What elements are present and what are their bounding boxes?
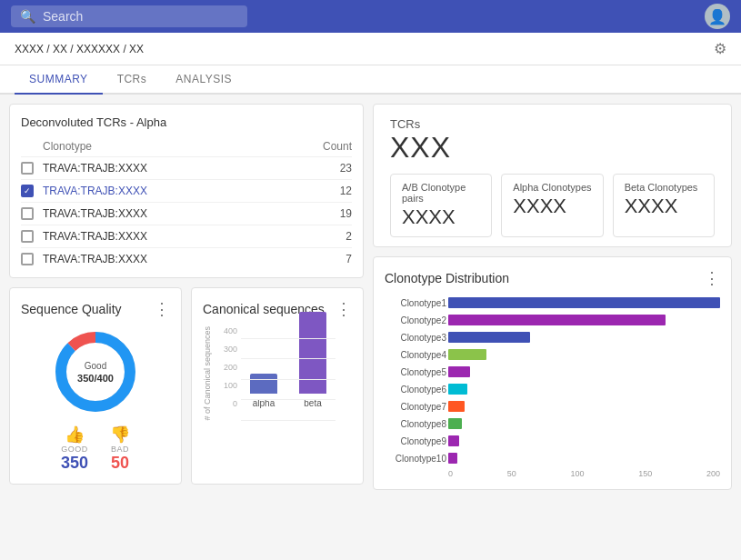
bar-track bbox=[448, 435, 720, 446]
v-bar bbox=[299, 312, 326, 394]
tcr-checkbox[interactable] bbox=[21, 207, 34, 220]
main-content: Deconvoluted TCRs - Alpha Clonotype Coun… bbox=[0, 95, 741, 499]
tcrs-value: XXX bbox=[390, 131, 715, 165]
y-axis-label: # of Canonical sequences bbox=[203, 326, 214, 421]
tcrs-sub-value: XXXX bbox=[625, 195, 703, 218]
good-bad-row: 👍 GOOD 350 👎 BAD 50 bbox=[61, 425, 130, 473]
x-tick: 100 bbox=[570, 469, 584, 478]
tcrs-sub-label: Beta Clonotypes bbox=[625, 182, 703, 193]
col-header-name: Clonotype bbox=[43, 140, 306, 153]
tab-tcrs[interactable]: TCRs bbox=[103, 65, 162, 95]
tcrs-label: TCRs bbox=[390, 117, 715, 131]
bar-fill bbox=[448, 453, 457, 464]
bar-track bbox=[448, 418, 720, 429]
x-tick: 50 bbox=[507, 469, 516, 478]
tcr-checkbox[interactable] bbox=[21, 253, 34, 265]
tcrs-sub-card: Beta Clonotypes XXXX bbox=[613, 174, 715, 237]
bar-row: Clonotype7 bbox=[448, 399, 720, 414]
avatar[interactable]: 👤 bbox=[705, 4, 730, 29]
tcr-row[interactable]: TRAVA:TRAJB:XXXX 12 bbox=[21, 179, 352, 202]
bar-label: Clonotype2 bbox=[385, 315, 446, 325]
clono-dist-chart: Clonotype1 Clonotype2 Clonotype3 Clonoty… bbox=[385, 295, 720, 478]
thumbs-down-icon: 👎 bbox=[110, 425, 130, 445]
bar-label: Clonotype10 bbox=[385, 454, 446, 464]
good-label: GOOD bbox=[61, 445, 88, 454]
tcr-row[interactable]: TRAVA:TRAJB:XXXX 19 bbox=[21, 202, 352, 225]
bar-fill bbox=[448, 384, 467, 395]
tcr-checkbox[interactable] bbox=[21, 162, 34, 175]
x-axis: 050100150200 bbox=[385, 469, 720, 478]
settings-icon[interactable]: ⚙ bbox=[714, 40, 726, 57]
bar-track bbox=[448, 297, 720, 308]
bar-fill bbox=[448, 297, 720, 308]
x-tick: 200 bbox=[706, 469, 720, 478]
thumbs-up-icon: 👍 bbox=[61, 425, 88, 445]
canonical-chart-wrap: 0100200300400 alpha beta bbox=[215, 326, 335, 421]
bad-label: BAD bbox=[110, 445, 130, 454]
breadcrumb: XXXX / XX / XXXXXX / XX bbox=[15, 43, 144, 55]
tcr-table-title: Deconvoluted TCRs - Alpha bbox=[21, 115, 352, 129]
tcr-name: TRAVA:TRAJB:XXXX bbox=[43, 207, 306, 220]
grid-line bbox=[241, 399, 335, 400]
canonical-menu[interactable]: ⋮ bbox=[335, 299, 352, 319]
bar-row: Clonotype10 bbox=[448, 451, 720, 465]
tabs-row: SUMMARY TCRs ANALYSIS bbox=[0, 65, 741, 95]
bar-row: Clonotype1 bbox=[448, 295, 720, 310]
tcr-row[interactable]: TRAVA:TRAJB:XXXX 7 bbox=[21, 247, 352, 270]
left-panel: Deconvoluted TCRs - Alpha Clonotype Coun… bbox=[9, 104, 364, 490]
bar-label: Clonotype4 bbox=[385, 350, 446, 360]
canonical-chart: # of Canonical sequences 0100200300400 a… bbox=[203, 326, 352, 421]
bar-row: Clonotype5 bbox=[448, 365, 720, 379]
clono-bar-chart: Clonotype1 Clonotype2 Clonotype3 Clonoty… bbox=[385, 295, 720, 465]
bar-label: Clonotype9 bbox=[385, 436, 446, 446]
clono-dist-header: Clonotype Distribution ⋮ bbox=[385, 268, 720, 288]
tcr-row[interactable]: TRAVA:TRAJB:XXXX 2 bbox=[21, 225, 352, 247]
y-tick: 200 bbox=[215, 363, 237, 372]
tcrs-sub-card: Alpha Clonotypes XXXX bbox=[501, 174, 603, 237]
bar-fill bbox=[448, 418, 462, 429]
y-tick: 0 bbox=[215, 399, 237, 408]
tab-analysis[interactable]: ANALYSIS bbox=[161, 65, 246, 95]
tcrs-sub-label: Alpha Clonotypes bbox=[513, 182, 591, 193]
grid-line bbox=[241, 420, 335, 421]
grid-line bbox=[241, 358, 335, 359]
y-tick: 300 bbox=[215, 345, 237, 354]
clono-dist-menu[interactable]: ⋮ bbox=[704, 268, 720, 288]
clono-dist-title: Clonotype Distribution bbox=[385, 271, 509, 285]
y-tick: 100 bbox=[215, 381, 237, 390]
donut-label: Good 350/400 bbox=[77, 361, 114, 384]
search-input[interactable] bbox=[43, 9, 225, 24]
tcr-name: TRAVA:TRAJB:XXXX bbox=[43, 230, 306, 243]
tcr-row[interactable]: TRAVA:TRAJB:XXXX 23 bbox=[21, 156, 352, 179]
bar-fill bbox=[448, 401, 465, 412]
tcrs-sub-value: XXXX bbox=[402, 205, 480, 229]
tcrs-sub-label: A/B Clonotype pairs bbox=[402, 182, 480, 204]
x-tick: 0 bbox=[448, 469, 453, 478]
good-item: 👍 GOOD 350 bbox=[61, 425, 88, 473]
bar-row: Clonotype2 bbox=[448, 313, 720, 327]
col-header-count: Count bbox=[306, 140, 352, 153]
tcr-name: TRAVA:TRAJB:XXXX bbox=[43, 253, 306, 265]
search-box[interactable]: 🔍 bbox=[11, 5, 247, 27]
bar-label: Clonotype8 bbox=[385, 419, 446, 429]
donut-wrap: Good 350/400 bbox=[50, 326, 141, 417]
bar-fill bbox=[448, 332, 530, 343]
seq-quality-menu[interactable]: ⋮ bbox=[154, 299, 170, 319]
bar-fill bbox=[448, 366, 470, 377]
bar-label: Clonotype6 bbox=[385, 385, 446, 395]
tcrs-sub-row: A/B Clonotype pairs XXXX Alpha Clonotype… bbox=[390, 174, 715, 237]
breadcrumb-row: XXXX / XX / XXXXXX / XX ⚙ bbox=[0, 33, 741, 65]
bar-track bbox=[448, 366, 720, 377]
canonical-chart-inner: # of Canonical sequences 0100200300400 a… bbox=[203, 326, 352, 421]
bar-label: Clonotype3 bbox=[385, 333, 446, 343]
bar-row: Clonotype8 bbox=[448, 416, 720, 431]
tab-summary[interactable]: SUMMARY bbox=[15, 65, 103, 95]
tcrs-sub-card: A/B Clonotype pairs XXXX bbox=[390, 174, 492, 237]
right-panel: TCRs XXX A/B Clonotype pairs XXXX Alpha … bbox=[373, 104, 732, 490]
tcr-table-header: Clonotype Count bbox=[21, 136, 352, 156]
clono-dist-card: Clonotype Distribution ⋮ Clonotype1 Clon… bbox=[373, 256, 732, 490]
seq-quality-card: Sequence Quality ⋮ Good bbox=[9, 287, 182, 485]
tcr-checkbox[interactable] bbox=[21, 230, 34, 243]
tcr-checkbox[interactable] bbox=[21, 185, 34, 197]
topbar: 🔍 👤 bbox=[0, 0, 741, 33]
